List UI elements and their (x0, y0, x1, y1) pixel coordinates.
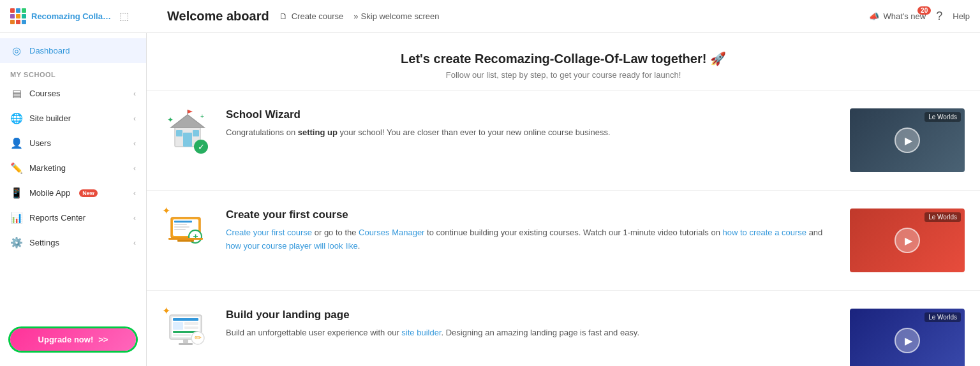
marketing-label: Marketing (29, 163, 66, 173)
courses-chevron: ‹ (133, 89, 136, 98)
sidebar-item-courses[interactable]: ▤ Courses ‹ (0, 81, 146, 106)
step-title-landing: Build your landing page (226, 309, 837, 321)
step-title-wizard: School Wizard (226, 108, 837, 121)
steps-container: ✦ + ✓ School Wizard Congratulations on s… (147, 91, 980, 366)
step-icon-landing: ✦ (162, 309, 213, 356)
video-thumb-wizard[interactable]: ▶ Le Worlds (850, 108, 965, 172)
reports-chevron: ‹ (133, 214, 136, 223)
school-name[interactable]: Recomazing Collag... (31, 11, 114, 21)
topbar-center: Welcome aboard 🗋 Create course » Skip we… (167, 9, 859, 24)
mobile-app-icon: 📱 (10, 187, 23, 199)
video-thumb-landing[interactable]: ▶ Le Worlds (850, 309, 965, 366)
step-school-wizard: ✦ + ✓ School Wizard Congratulations on s… (147, 91, 980, 191)
svg-marker-6 (188, 110, 193, 113)
upgrade-button[interactable]: Upgrade now! >> (10, 328, 136, 351)
step-desc-create-course: Create your first course or go to the Co… (226, 226, 837, 253)
sidebar-item-marketing[interactable]: ✏️ Marketing ‹ (0, 156, 146, 180)
settings-chevron: ‹ (133, 238, 136, 247)
svg-rect-3 (176, 130, 182, 136)
step-video-wizard: ▶ Le Worlds (850, 108, 965, 172)
dashboard-icon: ◎ (10, 45, 23, 57)
skip-label: Skip welcome screen (361, 11, 440, 21)
svg-rect-22 (173, 322, 183, 330)
export-icon[interactable]: ⬚ (119, 10, 129, 22)
wizard-icon-wrap: ✦ + ✓ (165, 108, 211, 156)
step-desc-wizard: Congratulations on setting up your schoo… (226, 126, 837, 140)
create-course-label: Create course (292, 11, 344, 21)
create-course-svg: + (165, 209, 211, 254)
marketing-icon: ✏️ (10, 162, 23, 174)
reports-icon: 📊 (10, 212, 23, 224)
play-button-create-course[interactable]: ▶ (895, 228, 920, 253)
svg-rect-12 (174, 224, 187, 225)
sidebar-item-settings[interactable]: ⚙️ Settings ‹ (0, 230, 146, 255)
step-video-landing: ▶ Le Worlds (850, 309, 965, 366)
site-builder-chevron: ‹ (133, 114, 136, 123)
sidebar: ◎ Dashboard MY SCHOOL ▤ Courses ‹ 🌐 Site… (0, 33, 147, 366)
step-landing-page: ✦ (147, 291, 980, 366)
sidebar-section-label: MY SCHOOL (0, 63, 146, 81)
main-subtitle: Follow our list, step by step, to get yo… (157, 70, 970, 80)
step-content-create-course: Create your first course Create your fir… (226, 209, 837, 253)
step-video-create-course: ▶ Le Worlds (850, 209, 965, 272)
svg-rect-27 (183, 339, 188, 343)
whats-new-button[interactable]: 📣 What's new 20 (869, 11, 926, 21)
wizard-check-icon: ✓ (194, 140, 208, 154)
svg-rect-14 (174, 229, 186, 230)
svg-rect-2 (183, 133, 192, 147)
spark-icon: ✦ (162, 205, 170, 217)
courses-label: Courses (29, 89, 60, 98)
play-icon-wizard: ▶ (905, 135, 912, 147)
app-grid-icon[interactable] (10, 8, 26, 24)
link-course-player[interactable]: how your course player will look like (226, 241, 358, 251)
landing-icon-wrap: ✦ (165, 309, 211, 356)
svg-rect-13 (174, 226, 189, 228)
video-logo-create-course: Le Worlds (924, 212, 961, 222)
play-icon-landing: ▶ (905, 335, 912, 347)
upgrade-chevrons: >> (98, 335, 108, 344)
svg-rect-28 (179, 343, 193, 345)
svg-rect-18 (177, 240, 194, 242)
sidebar-item-mobile-app[interactable]: 📱 Mobile App New ‹ (0, 180, 146, 205)
play-button-wizard[interactable]: ▶ (895, 128, 920, 153)
reports-label: Reports Center (29, 213, 85, 223)
link-create-first-course[interactable]: Create your first course (226, 228, 312, 237)
video-logo-landing: Le Worlds (924, 312, 961, 322)
sidebar-item-reports[interactable]: 📊 Reports Center ‹ (0, 205, 146, 230)
help-icon[interactable]: ? (936, 10, 942, 23)
video-thumb-create-course[interactable]: ▶ Le Worlds (850, 209, 965, 272)
step-create-course: ✦ + (147, 191, 980, 291)
sidebar-item-users[interactable]: 👤 Users ‹ (0, 131, 146, 156)
svg-rect-23 (184, 322, 198, 325)
play-icon-create-course: ▶ (905, 235, 912, 247)
layout: ◎ Dashboard MY SCHOOL ▤ Courses ‹ 🌐 Site… (0, 33, 980, 366)
create-course-action[interactable]: 🗋 Create course (279, 11, 344, 21)
link-courses-manager[interactable]: Courses Manager (359, 228, 424, 237)
main-header: Let's create Recomazing-Collage-Of-Law t… (147, 33, 980, 91)
topbar-left: Recomazing Collag... ⬚ (10, 8, 157, 24)
play-button-landing[interactable]: ▶ (895, 328, 920, 353)
sidebar-item-site-builder[interactable]: 🌐 Site builder ‹ (0, 106, 146, 131)
link-site-builder[interactable]: site builder (401, 328, 441, 337)
dashboard-label: Dashboard (29, 46, 70, 55)
mobile-app-label: Mobile App (29, 188, 70, 198)
whats-new-badge: 20 (917, 6, 931, 15)
step-content-wizard: School Wizard Congratulations on setting… (226, 108, 837, 140)
link-how-to-create[interactable]: how to create a course (722, 228, 806, 237)
main-content: Let's create Recomazing-Collage-Of-Law t… (147, 33, 980, 366)
topbar: Recomazing Collag... ⬚ Welcome aboard 🗋 … (0, 0, 980, 33)
main-title: Let's create Recomazing-Collage-Of-Law t… (157, 51, 970, 66)
users-chevron: ‹ (133, 139, 136, 148)
svg-text:+: + (193, 231, 198, 242)
users-label: Users (29, 138, 51, 148)
svg-rect-24 (184, 326, 198, 329)
svg-marker-1 (171, 115, 204, 128)
spark-icon-landing: ✦ (162, 305, 170, 317)
help-label[interactable]: Help (953, 11, 970, 21)
site-builder-label: Site builder (29, 113, 71, 123)
step-icon-school-wizard: ✦ + ✓ (162, 108, 213, 156)
step-desc-landing: Build an unforgettable user experience w… (226, 326, 837, 340)
setting-up-text: setting up (298, 128, 338, 137)
sidebar-item-dashboard[interactable]: ◎ Dashboard (0, 38, 146, 63)
skip-action[interactable]: » Skip welcome screen (353, 11, 439, 21)
